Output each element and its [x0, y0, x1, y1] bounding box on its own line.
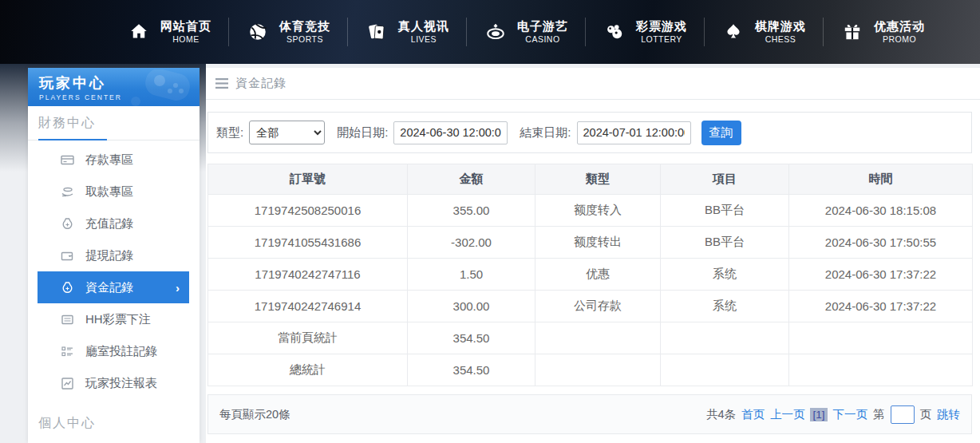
cell-order-number: 1719741055431686: [208, 227, 408, 259]
end-date-input[interactable]: [577, 121, 691, 144]
nav-label-zh: 真人视讯: [398, 19, 449, 34]
table-header-row: 訂單號 金額 類型 項目 時間: [208, 164, 973, 195]
section-title: 個人中心: [38, 416, 96, 429]
sports-icon: [246, 20, 270, 44]
section-underline: [38, 139, 107, 140]
section-personal-center: 個人中心: [28, 406, 200, 440]
cell-item: BB平台: [661, 227, 789, 259]
cell-empty: [661, 322, 789, 354]
home-icon: [127, 20, 151, 44]
sidebar-item-withdraw[interactable]: 取款專區: [38, 176, 189, 208]
nav-item-lives[interactable]: 真人视讯LIVES: [348, 19, 466, 45]
cell-amount: 1.50: [408, 259, 535, 291]
nav-label-zh: 彩票游戏: [636, 19, 687, 34]
sidebar-item-hh-lottery-bet[interactable]: HH彩票下注: [38, 303, 189, 335]
table-row: 1719742508250016 355.00 额度转入 BB平台 2024-0…: [208, 195, 973, 227]
cell-amount: 354.50: [408, 322, 535, 354]
filter-bar: 類型: 全部 開始日期: 結束日期: 查詢: [207, 112, 972, 153]
nav-label-zh: 体育竞技: [279, 19, 330, 34]
chevron-right-icon: ›: [176, 281, 180, 295]
table-row: 1719740242746914 300.00 公司存款 系统 2024-06-…: [208, 291, 973, 322]
sidebar-item-label: HH彩票下注: [85, 312, 151, 327]
sidebar-item-label: 資金記錄: [85, 280, 133, 295]
pagination-bar: 每頁顯示20條 共4条 首页 上一页 [1] 下一页 第 页 跳转: [207, 394, 972, 434]
table-row: 1719741055431686 -302.00 额度转出 BB平台 2024-…: [208, 227, 973, 259]
cell-time: 2024-06-30 18:15:08: [789, 195, 973, 227]
first-page-link[interactable]: 首页: [741, 407, 765, 422]
section-title: 財務中心: [38, 116, 96, 129]
sidebar-item-label: 廳室投註記錄: [85, 344, 157, 359]
hall-bet-record-icon: [61, 345, 74, 358]
sidebar-header: 玩家中心 PLAYERS CENTER: [28, 68, 200, 106]
cell-time: 2024-06-30 17:37:22: [789, 259, 973, 291]
cell-type: 公司存款: [535, 291, 661, 322]
cell-time: 2024-06-30 17:37:22: [789, 291, 973, 322]
search-button[interactable]: 查詢: [701, 121, 741, 145]
sidebar-item-label: 提現記錄: [85, 248, 133, 263]
nav-label-zh: 电子游艺: [517, 19, 568, 34]
nav-item-lottery[interactable]: 彩票游戏LOTTERY: [586, 19, 704, 45]
nav-label-zh: 优惠活动: [874, 19, 925, 34]
sidebar-item-label: 玩家投注報表: [85, 376, 157, 391]
sidebar-item-player-report[interactable]: 玩家投注報表: [38, 367, 189, 399]
table-row-grand-total: 總統計 354.50: [208, 354, 973, 386]
lottery-bet-icon: [61, 313, 74, 326]
start-date-label: 開始日期:: [337, 125, 388, 140]
start-date-input[interactable]: [393, 121, 508, 144]
page-jump-input[interactable]: [891, 405, 915, 424]
col-time: 時間: [789, 164, 973, 195]
player-report-icon: [61, 377, 74, 390]
cell-type: 额度转入: [535, 195, 661, 227]
col-item: 項目: [661, 164, 789, 195]
col-order-number: 訂單號: [208, 164, 408, 195]
lives-icon: [365, 20, 389, 44]
nav-item-home[interactable]: 网站首页HOME: [110, 19, 228, 45]
next-page-link[interactable]: 下一页: [833, 407, 868, 422]
type-label: 類型:: [216, 125, 243, 140]
jump-action-link[interactable]: 跳转: [937, 407, 960, 422]
nav-label-en: LIVES: [411, 34, 437, 45]
total-count-text: 共4条: [706, 407, 736, 422]
sidebar-item-withdrawal-record[interactable]: 提現記錄: [38, 239, 189, 271]
content-area: 類型: 全部 開始日期: 結束日期: 查詢 訂單號 金額 類型 項目: [206, 100, 980, 434]
funds-record-icon: [61, 281, 74, 295]
nav-item-promo[interactable]: 优惠活动PROMO: [824, 19, 942, 45]
nav-item-sports[interactable]: 体育竞技SPORTS: [229, 19, 347, 45]
cell-order-number: 1719742508250016: [208, 195, 408, 227]
sidebar-item-deposit[interactable]: 存款專區: [38, 144, 189, 176]
sidebar-item-label: 充值記錄: [85, 216, 133, 231]
breadcrumb: 資金記錄: [206, 68, 980, 100]
sidebar-item-recharge-record[interactable]: 充值記錄: [38, 208, 189, 239]
prev-page-link[interactable]: 上一页: [770, 407, 805, 422]
cell-item: BB平台: [661, 195, 789, 227]
funds-record-table: 訂單號 金額 類型 項目 時間 1719742508250016 355.00 …: [207, 164, 973, 386]
page-size-text: 每頁顯示20條: [219, 407, 290, 422]
nav-item-casino[interactable]: 电子游艺CASINO: [467, 19, 585, 45]
casino-icon: [484, 20, 508, 44]
type-select[interactable]: 全部: [249, 121, 325, 144]
top-navigation: 网站首页HOME 体育竞技SPORTS 真人视讯LIVES 电子游艺CASINO: [0, 0, 980, 64]
cell-empty: [535, 354, 661, 386]
cell-time: 2024-06-30 17:50:55: [789, 227, 973, 259]
main-panel: 資金記錄 類型: 全部 開始日期: 結束日期: 查詢 訂單號 金額: [206, 68, 980, 443]
cell-empty: [661, 354, 789, 386]
cell-stat-label: 總統計: [208, 354, 408, 386]
recharge-record-icon: [61, 217, 74, 231]
end-date-label: 結束日期:: [520, 125, 571, 140]
cell-amount: 300.00: [408, 291, 535, 322]
nav-item-chess[interactable]: 棋牌游戏CHESS: [705, 19, 823, 45]
sidebar-item-funds-record[interactable]: 資金記錄 ›: [38, 271, 189, 303]
hamburger-icon: [215, 78, 228, 89]
pager: 共4条 首页 上一页 [1] 下一页 第 页 跳转: [706, 405, 960, 424]
sidebar-item-hall-bet-record[interactable]: 廳室投註記錄: [38, 335, 189, 367]
sidebar-item-label: 取款專區: [85, 184, 133, 200]
nav-label-zh: 网站首页: [160, 19, 211, 34]
table-row-page-total: 當前頁統計 354.50: [208, 322, 973, 354]
player-center-page: 网站首页HOME 体育竞技SPORTS 真人视讯LIVES 电子游艺CASINO: [0, 0, 980, 443]
cell-amount: 354.50: [408, 354, 535, 386]
nav-label-zh: 棋牌游戏: [755, 19, 806, 34]
nav-label-en: LOTTERY: [641, 34, 682, 45]
table-row: 1719740242747116 1.50 优惠 系统 2024-06-30 1…: [208, 259, 973, 291]
sidebar-item-label: 存款專區: [85, 152, 133, 168]
jump-prefix-text: 第: [873, 407, 885, 422]
